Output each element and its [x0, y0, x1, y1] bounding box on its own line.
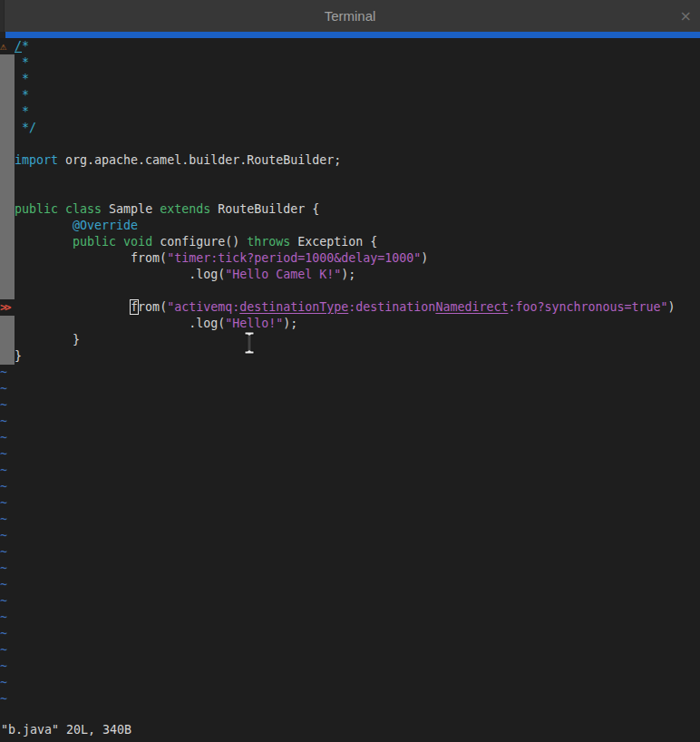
empty-line-tilde: ~	[0, 495, 700, 512]
code-token: .log(	[15, 268, 225, 281]
tilde-marker: ~	[0, 366, 7, 379]
empty-line-tilde: ~	[0, 691, 700, 708]
empty-line-tilde: ~	[0, 463, 700, 479]
sign-column	[0, 169, 15, 185]
code-token: RouteBuilder {	[210, 202, 319, 216]
tilde-marker: ~	[0, 610, 7, 624]
sign-column	[0, 250, 15, 267]
empty-line-tilde: ~	[0, 414, 700, 430]
empty-line-tilde: ~	[0, 397, 700, 414]
tilde-marker: ~	[0, 415, 7, 428]
code-token: .log(	[15, 317, 225, 330]
empty-line-tilde: ~	[0, 479, 700, 495]
code-token: )	[421, 251, 428, 265]
empty-line-tilde: ~	[0, 365, 700, 381]
code-token: "Hello!"	[225, 317, 283, 330]
code-token: rom(	[138, 300, 167, 314]
tilde-marker: ~	[0, 676, 7, 689]
vim-cursor: f	[131, 300, 138, 314]
code-token: *	[15, 104, 29, 118]
code-token	[15, 300, 131, 314]
code-token: );	[283, 317, 297, 330]
sign-column	[0, 332, 15, 348]
code-token: Sample	[102, 202, 160, 216]
code-token	[15, 219, 73, 232]
code-token: public	[73, 235, 116, 249]
code-token: *	[15, 88, 29, 102]
code-token: /	[15, 39, 22, 53]
tilde-marker: ~	[0, 627, 7, 640]
warning-sign-icon: ⚠	[0, 38, 15, 54]
code-line: *	[0, 87, 700, 103]
code-token: extends	[160, 202, 210, 216]
code-token: );	[341, 268, 355, 281]
tilde-marker: ~	[0, 659, 7, 673]
sign-column	[0, 152, 15, 169]
code-token: throws	[247, 235, 290, 249]
empty-line-tilde: ~	[0, 430, 700, 446]
code-token: public	[15, 202, 58, 216]
accent-bar	[0, 32, 700, 38]
empty-line-tilde: ~	[0, 626, 700, 642]
code-token: class	[65, 202, 102, 216]
empty-line-tilde: ~	[0, 512, 700, 528]
code-line: ⚠/*	[0, 38, 700, 54]
empty-line-tilde: ~	[0, 528, 700, 544]
empty-line-tilde: ~	[0, 642, 700, 659]
sign-column	[0, 185, 15, 201]
code-token: configure()	[152, 235, 247, 249]
code-line: *	[0, 103, 700, 120]
error-sign-icon: >>	[0, 299, 15, 316]
code-line: import org.apache.camel.builder.RouteBui…	[0, 152, 700, 169]
code-token: */	[15, 121, 36, 134]
code-line: @Override	[0, 218, 700, 234]
code-line: .log("Hello!");	[0, 316, 700, 332]
sign-column	[0, 54, 15, 71]
code-line: from("timer:tick?period=1000&delay=1000"…	[0, 250, 700, 267]
code-token: }	[15, 349, 22, 363]
terminal-content[interactable]: ⚠/* * * * * */import org.apache.camel.bu…	[0, 38, 700, 742]
empty-line-tilde: ~	[0, 446, 700, 463]
code-line	[0, 185, 700, 201]
code-token: @Override	[73, 219, 138, 232]
code-token: "activemq:	[167, 300, 239, 314]
empty-line-tilde: ~	[0, 610, 700, 626]
code-token: Namedirect	[435, 300, 508, 314]
code-token	[15, 235, 73, 249]
sign-column	[0, 234, 15, 250]
vim-buffer: ⚠/* * * * * */import org.apache.camel.bu…	[0, 38, 700, 708]
code-line: public class Sample extends RouteBuilder…	[0, 201, 700, 218]
code-token: org.apache.camel.builder.RouteBuilder;	[58, 153, 341, 167]
code-line: */	[0, 120, 700, 136]
sign-column	[0, 316, 15, 332]
code-token: :destination	[348, 300, 435, 314]
empty-line-tilde: ~	[0, 675, 700, 691]
titlebar[interactable]: Terminal ×	[0, 0, 700, 32]
tilde-marker: ~	[0, 480, 7, 493]
code-token: Exception {	[290, 235, 377, 249]
code-token: from(	[15, 251, 167, 265]
empty-line-tilde: ~	[0, 577, 700, 593]
code-line: >> from("activemq:destinationType:destin…	[0, 299, 700, 316]
code-line	[0, 136, 700, 152]
code-token	[58, 202, 65, 216]
tilde-marker: ~	[0, 513, 7, 526]
sign-column	[0, 201, 15, 218]
close-icon[interactable]: ×	[680, 0, 692, 32]
code-line: }	[0, 348, 700, 365]
empty-line-tilde: ~	[0, 593, 700, 610]
code-token: :foo?synchronous=true"	[508, 300, 667, 314]
tilde-marker: ~	[0, 496, 7, 510]
code-token: void	[123, 235, 152, 249]
tilde-marker: ~	[0, 447, 7, 461]
sign-column	[0, 136, 15, 152]
vim-file-info: "b.java" 20L, 340B	[1, 722, 131, 738]
sign-column	[0, 267, 15, 283]
tilde-marker: ~	[0, 561, 7, 575]
code-token: *	[15, 55, 29, 69]
tilde-marker: ~	[0, 545, 7, 559]
code-token: destinationType	[239, 300, 348, 314]
tilde-marker: ~	[0, 594, 7, 608]
code-line: *	[0, 54, 700, 71]
code-token	[116, 235, 123, 249]
